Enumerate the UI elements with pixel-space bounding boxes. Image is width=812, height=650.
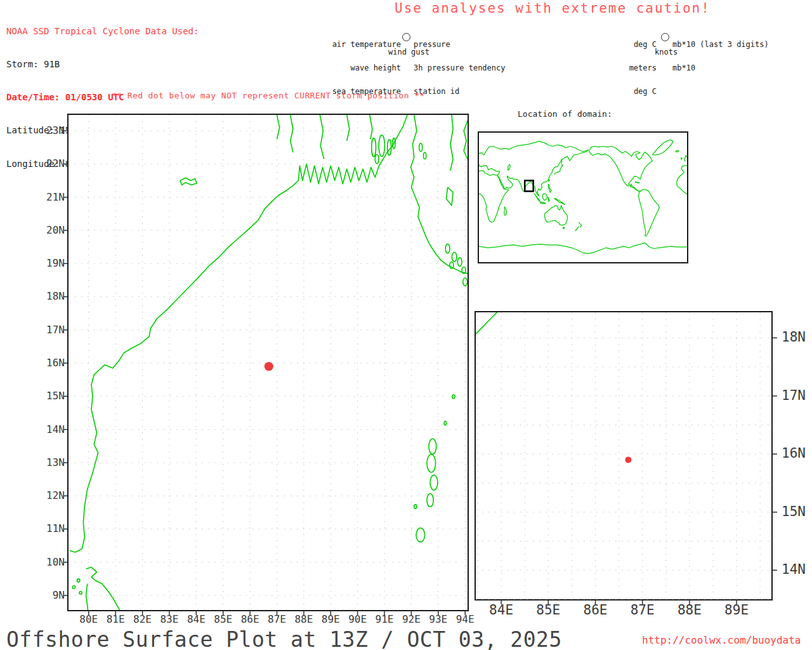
- main-map-lat-label: 21N: [37, 191, 65, 203]
- legend-label-wave-height: wave height: [317, 64, 401, 72]
- source-url: http://coolwx.com/buoydata: [642, 634, 801, 646]
- units-label-mb10-last3: mb*10 (last 3 digits): [672, 41, 769, 48]
- storm-position-dot: [625, 456, 631, 463]
- main-map-lat-label: 20N: [37, 224, 65, 236]
- main-map-lat-label: 9N: [37, 589, 65, 601]
- main-map-lat-label: 12N: [37, 489, 65, 501]
- units-label-degc-1: deg C: [584, 41, 657, 48]
- grid-lines: [476, 312, 771, 599]
- main-map-lon-label: 88E: [289, 613, 319, 625]
- main-map-lat-label: 15N: [37, 390, 65, 402]
- main-map-lon-label: 80E: [74, 613, 104, 625]
- station-legend-right-column: pressure 3h pressure tendency station id: [414, 25, 506, 110]
- units-legend-left-column: deg C meters deg C: [584, 25, 657, 110]
- main-map-lon-label: 91E: [369, 613, 400, 625]
- inset-title: Location of domain:: [518, 109, 612, 119]
- main-map-canvas: [69, 115, 468, 610]
- main-map-lat-label: 22N: [37, 157, 65, 169]
- main-map-lon-label: 93E: [423, 613, 454, 625]
- zoom-map-lon-label: 85E: [526, 602, 570, 618]
- red-dot-warning-text: ** Red dot below may NOT represent CURRE…: [112, 91, 425, 100]
- zoom-map: [475, 311, 773, 600]
- main-map-lat-label: 23N: [37, 124, 65, 136]
- main-map-lon-label: 86E: [235, 613, 265, 625]
- world-map-canvas: [479, 133, 687, 262]
- caution-text: Use analyses with extreme caution!: [395, 1, 710, 16]
- info-storm-line: Storm: 91B: [6, 59, 199, 70]
- main-map-lat-label: 13N: [37, 456, 65, 468]
- zoom-map-lon-label: 84E: [479, 602, 523, 618]
- axis-ticks: [63, 131, 465, 615]
- units-legend-right-column: mb*10 (last 3 digits) mb*10: [672, 25, 769, 88]
- main-map-lat-label: 11N: [37, 522, 65, 534]
- main-map-lon-label: 94E: [450, 613, 480, 625]
- page-title: Offshore Surface Plot at 13Z / OCT 03, 2…: [6, 627, 562, 650]
- main-map-lon-label: 84E: [181, 613, 211, 625]
- main-map-lat-label: 14N: [37, 423, 65, 435]
- main-map-lon-label: 92E: [396, 613, 426, 625]
- world-inset-map: [478, 131, 688, 263]
- zoom-map-lat-label: 17N: [782, 388, 812, 403]
- main-map-lon-label: 82E: [128, 613, 158, 625]
- main-map-lat-label: 10N: [37, 556, 65, 568]
- legend-label-pressure: pressure: [414, 41, 506, 48]
- zoom-map-canvas: [476, 312, 771, 599]
- zoom-map-lat-label: 18N: [782, 329, 812, 345]
- main-map-lon-label: 89E: [315, 613, 346, 625]
- storm-position-dot: [265, 362, 273, 371]
- units-model-circle-icon: [661, 33, 669, 41]
- legend-label-station-id: station id: [414, 88, 506, 95]
- main-map-lon-label: 81E: [100, 613, 131, 625]
- world-coastlines: [479, 140, 687, 253]
- zoom-map-lon-label: 86E: [573, 602, 617, 618]
- station-model-circle-icon: [402, 33, 410, 41]
- zoom-map-lat-label: 14N: [782, 562, 812, 577]
- axis-ticks: [501, 338, 777, 604]
- main-map: [67, 114, 469, 611]
- zoom-map-lat-label: 16N: [782, 446, 812, 461]
- main-map-lon-label: 87E: [261, 613, 292, 625]
- main-map-lon-label: 85E: [208, 613, 239, 625]
- zoom-map-lon-label: 87E: [620, 602, 665, 618]
- main-map-lon-label: 83E: [154, 613, 185, 625]
- main-map-lon-label: 90E: [343, 613, 373, 625]
- offshore-surface-plot-page: NOAA SSD Tropical Cyclone Data Used: Sto…: [0, 0, 812, 650]
- units-label-mb10: mb*10: [672, 64, 769, 72]
- main-map-lat-label: 18N: [37, 290, 65, 302]
- zoom-map-lon-label: 88E: [667, 602, 712, 618]
- main-map-lat-label: 17N: [37, 324, 65, 336]
- units-label-meters: meters: [584, 64, 657, 72]
- units-label-degc-2: deg C: [584, 88, 657, 95]
- main-map-lat-label: 19N: [37, 257, 65, 269]
- zoom-map-lon-label: 89E: [714, 602, 759, 618]
- zoom-map-lat-label: 15N: [782, 504, 812, 519]
- legend-label-pressure-tendency: 3h pressure tendency: [414, 64, 506, 72]
- info-source-line: NOAA SSD Tropical Cyclone Data Used:: [6, 26, 199, 37]
- main-map-lat-label: 16N: [37, 357, 65, 369]
